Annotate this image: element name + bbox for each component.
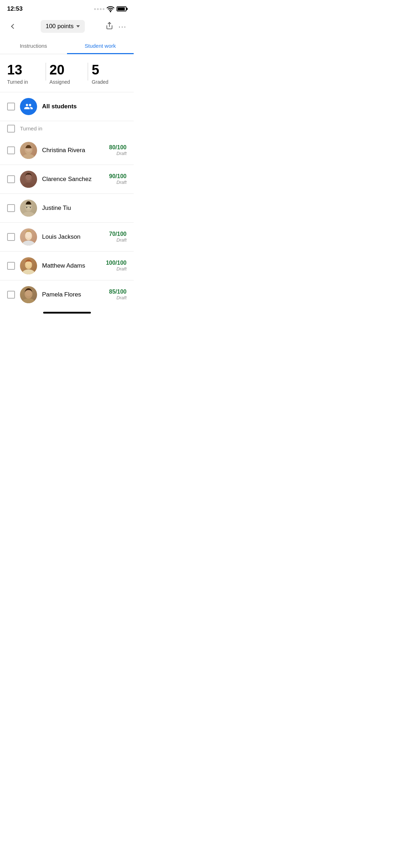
stats-row: 13 Turned in 20 Assigned 5 Graded: [0, 54, 134, 92]
all-students-avatar: [20, 98, 37, 115]
avatar-image: [20, 200, 37, 217]
svg-point-20: [22, 298, 35, 303]
share-button[interactable]: [106, 22, 113, 31]
student-name-louis: Louis Jackson: [42, 233, 104, 241]
header-actions: ···: [106, 22, 127, 31]
avatar-image: [20, 142, 37, 159]
grade-status-matthew: Draft: [106, 266, 127, 272]
tab-instructions[interactable]: Instructions: [0, 38, 67, 54]
people-icon: [24, 102, 33, 111]
svg-rect-13: [25, 206, 32, 207]
student-name-matthew: Matthew Adams: [42, 262, 101, 269]
avatar-pamela-flores: [20, 286, 37, 303]
tabs: Instructions Student work: [0, 38, 134, 54]
grade-info-matthew: 100/100 Draft: [106, 260, 127, 272]
student-checkbox-clarence[interactable]: [7, 175, 15, 183]
student-name-pamela: Pamela Flores: [42, 291, 104, 298]
svg-point-11: [26, 207, 27, 208]
stat-divider-1: [46, 63, 46, 81]
student-checkbox-matthew[interactable]: [7, 262, 15, 270]
student-row[interactable]: Clarence Sanchez 90/100 Draft: [0, 165, 134, 193]
grade-value-clarence: 90/100: [109, 173, 127, 180]
svg-point-8: [22, 212, 35, 217]
svg-point-0: [110, 11, 111, 12]
student-name-justine: Justine Tiu: [42, 205, 122, 212]
student-checkbox-justine[interactable]: [7, 204, 15, 212]
avatar-image: [20, 228, 37, 246]
grade-value-christina: 80/100: [109, 144, 127, 151]
grade-info-clarence: 90/100 Draft: [109, 173, 127, 185]
svg-point-5: [22, 183, 35, 188]
back-chevron-icon: [11, 24, 16, 29]
turned-in-count: 13: [7, 63, 22, 78]
stat-graded: 5 Graded: [92, 63, 127, 85]
svg-point-7: [26, 174, 31, 180]
avatar-justine-tiu: [20, 200, 37, 217]
svg-point-12: [30, 207, 31, 208]
home-bar: [43, 312, 91, 314]
svg-point-17: [22, 269, 35, 274]
graded-count: 5: [92, 63, 99, 78]
avatar-christina-rivera: [20, 142, 37, 159]
header: 100 points ···: [0, 16, 134, 37]
grade-value-pamela: 85/100: [109, 289, 127, 295]
all-students-row[interactable]: All students: [0, 92, 134, 121]
stat-turned-in: 13 Turned in: [7, 63, 42, 85]
student-row[interactable]: Pamela Flores 85/100 Draft: [0, 280, 134, 309]
grade-status-pamela: Draft: [109, 295, 127, 300]
grade-status-christina: Draft: [109, 151, 127, 156]
back-button[interactable]: [7, 20, 20, 33]
chevron-down-icon: [76, 25, 80, 27]
avatar-clarence-sanchez: [20, 171, 37, 188]
avatar-image: [20, 257, 37, 274]
grade-info-louis: 70/100 Draft: [109, 231, 127, 243]
assigned-label: Assigned: [50, 79, 70, 85]
points-dropdown[interactable]: 100 points: [41, 20, 85, 33]
status-bar: 12:53: [0, 0, 134, 16]
assigned-count: 20: [50, 63, 65, 78]
svg-point-14: [22, 241, 35, 246]
grade-info-pamela: 85/100 Draft: [109, 289, 127, 300]
svg-point-3: [22, 154, 35, 159]
status-time: 12:53: [7, 5, 22, 12]
points-label: 100 points: [46, 23, 73, 30]
stat-assigned: 20 Assigned: [50, 63, 84, 85]
student-row[interactable]: Louis Jackson 70/100 Draft: [0, 223, 134, 251]
grade-status-louis: Draft: [109, 237, 127, 243]
signal-icon: [94, 8, 104, 10]
avatar-image: [20, 286, 37, 303]
stat-divider-2: [88, 63, 88, 81]
grade-status-clarence: Draft: [109, 180, 127, 185]
student-name-clarence: Clarence Sanchez: [42, 176, 104, 183]
avatar-matthew-adams: [20, 257, 37, 274]
status-icons: [94, 5, 127, 13]
avatar-image: [20, 171, 37, 188]
turned-in-label: Turned in: [7, 79, 28, 85]
section-checkbox[interactable]: [7, 125, 15, 133]
home-indicator: [0, 309, 134, 318]
student-checkbox-pamela[interactable]: [7, 291, 15, 299]
student-checkbox-louis[interactable]: [7, 233, 15, 241]
section-header-turned-in: Turned in: [0, 121, 134, 136]
student-checkbox-christina[interactable]: [7, 146, 15, 154]
student-row[interactable]: Matthew Adams 100/100 Draft: [0, 252, 134, 280]
avatar-louis-jackson: [20, 228, 37, 246]
grade-value-louis: 70/100: [109, 231, 127, 237]
student-name-christina: Christina Rivera: [42, 147, 104, 154]
grade-value-matthew: 100/100: [106, 260, 127, 266]
tab-student-work[interactable]: Student work: [67, 38, 134, 54]
grade-info-christina: 80/100 Draft: [109, 144, 127, 156]
share-icon: [106, 22, 113, 30]
all-students-label: All students: [42, 103, 77, 110]
section-label-turned-in: Turned in: [20, 125, 42, 131]
battery-icon: [117, 6, 127, 11]
wifi-icon: [107, 5, 114, 13]
student-row[interactable]: Christina Rivera 80/100 Draft: [0, 136, 134, 165]
student-row[interactable]: Justine Tiu: [0, 194, 134, 222]
svg-point-16: [26, 232, 31, 238]
graded-label: Graded: [92, 79, 108, 85]
all-students-checkbox[interactable]: [7, 103, 15, 110]
more-options-button[interactable]: ···: [118, 22, 127, 31]
